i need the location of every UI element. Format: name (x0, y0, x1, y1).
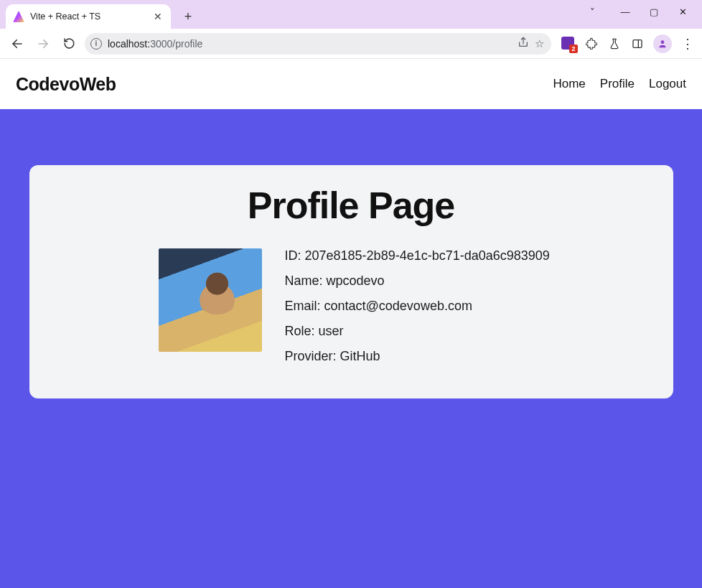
label-id: ID: (285, 248, 301, 263)
nav-back-button[interactable] (7, 34, 27, 54)
labs-flask-icon[interactable] (607, 37, 622, 51)
extensions-area: 2 ⋮ (557, 34, 695, 53)
extension-badge-count: 2 (569, 45, 578, 53)
value-role: user (319, 324, 344, 338)
detail-id: ID: 207e8185-2b89-4e1c-bc71-da0a6c983909 (285, 248, 550, 263)
label-provider: Provider: (285, 349, 337, 363)
value-provider: GitHub (340, 349, 380, 363)
site-nav: Home Profile Logout (553, 77, 686, 91)
bookmark-star-icon[interactable]: ☆ (535, 37, 544, 50)
label-email: Email: (285, 299, 321, 313)
profile-photo (159, 248, 262, 352)
window-close-button[interactable]: ✕ (676, 6, 689, 17)
side-panel-icon[interactable] (630, 37, 645, 51)
extensions-puzzle-icon[interactable] (584, 37, 599, 51)
site-header: CodevoWeb Home Profile Logout (0, 59, 702, 109)
value-id: 207e8185-2b89-4e1c-bc71-da0a6c983909 (305, 248, 550, 263)
browser-toolbar: i localhost:3000/profile ☆ 2 ⋮ (0, 29, 702, 59)
site-brand[interactable]: CodevoWeb (16, 74, 116, 95)
nav-forward-button[interactable] (33, 34, 53, 54)
profile-card: Profile Page ID: 207e8185-2b89-4e1c-bc71… (29, 165, 673, 398)
browser-tab[interactable]: Vite + React + TS ✕ (6, 4, 171, 29)
page-viewport: CodevoWeb Home Profile Logout Profile Pa… (0, 59, 702, 588)
profile-details: ID: 207e8185-2b89-4e1c-bc71-da0a6c983909… (285, 248, 550, 364)
profile-row: ID: 207e8185-2b89-4e1c-bc71-da0a6c983909… (58, 248, 645, 364)
label-name: Name: (285, 274, 323, 288)
value-name: wpcodevo (327, 274, 385, 288)
tab-close-icon[interactable]: ✕ (154, 11, 162, 22)
nav-link-home[interactable]: Home (553, 77, 585, 91)
new-tab-button[interactable]: + (178, 6, 198, 27)
site-info-icon[interactable]: i (90, 38, 102, 50)
svg-point-5 (661, 40, 665, 44)
extension-badge-icon[interactable]: 2 (561, 37, 576, 51)
value-email: contact@codevoweb.com (324, 299, 472, 313)
window-controls: ˅ ― ▢ ✕ (573, 0, 702, 23)
window-maximize-button[interactable]: ▢ (647, 6, 660, 17)
url-text: localhost:3000/profile (108, 38, 202, 50)
chevron-down-icon[interactable]: ˅ (586, 6, 599, 17)
detail-email: Email: contact@codevoweb.com (285, 299, 550, 314)
detail-name: Name: wpcodevo (285, 274, 550, 289)
detail-role: Role: user (285, 324, 550, 339)
vite-favicon-icon (13, 11, 24, 22)
share-icon[interactable] (518, 37, 529, 50)
page-hero: Profile Page ID: 207e8185-2b89-4e1c-bc71… (0, 109, 702, 588)
nav-link-profile[interactable]: Profile (600, 77, 635, 91)
url-host: localhost: (108, 38, 150, 50)
window-minimize-button[interactable]: ― (619, 6, 632, 17)
page-title: Profile Page (58, 184, 645, 227)
svg-rect-3 (633, 39, 642, 47)
tab-title: Vite + React + TS (30, 11, 100, 22)
url-path: 3000/profile (150, 38, 202, 50)
label-role: Role: (285, 324, 315, 338)
browser-titlebar: Vite + React + TS ✕ + ˅ ― ▢ ✕ (0, 0, 702, 29)
nav-reload-button[interactable] (59, 34, 79, 54)
nav-link-logout[interactable]: Logout (649, 77, 686, 91)
profile-avatar-button[interactable] (653, 34, 672, 53)
detail-provider: Provider: GitHub (285, 349, 550, 364)
browser-menu-button[interactable]: ⋮ (680, 36, 695, 52)
address-bar[interactable]: i localhost:3000/profile ☆ (85, 33, 551, 55)
